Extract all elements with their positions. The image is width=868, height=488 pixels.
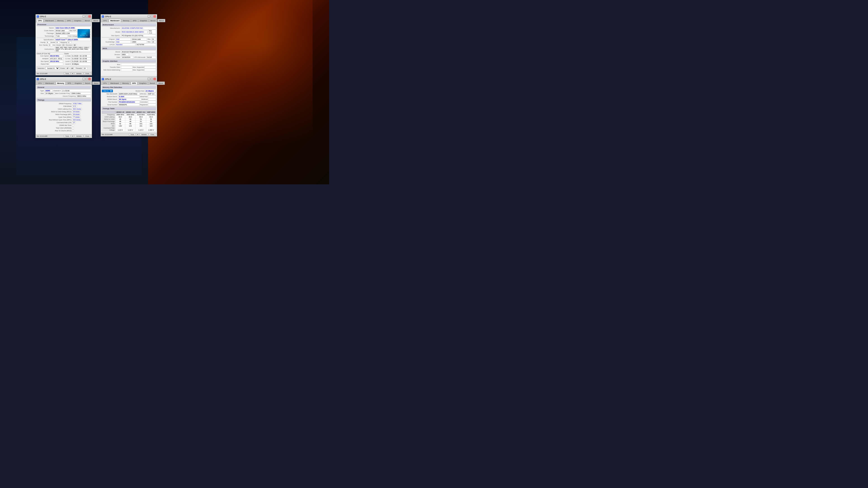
tab-spd-1[interactable]: SPD	[66, 19, 72, 22]
tab-memory-3[interactable]: Memory	[56, 82, 66, 85]
minimize-btn-2[interactable]: _	[148, 15, 150, 18]
row-col-row: Row To Column (tRCD)	[45, 130, 74, 132]
clocks-section: Clocks (P-Core #0) Core Speed 400.00 MHz…	[37, 53, 63, 66]
selection-bar-1: Selection Socket #1 Cores 8P + 16E Threa…	[37, 66, 91, 70]
trc-j10: 144	[125, 125, 135, 127]
tab-memory-2[interactable]: Memory	[121, 19, 131, 22]
tab-spd-4[interactable]: SPD	[131, 82, 137, 85]
maximize-btn-3[interactable]: □	[86, 78, 88, 80]
tab-spd-3[interactable]: SPD	[66, 82, 72, 85]
tab-mainboard-4[interactable]: Mainboard	[109, 82, 121, 85]
socket-select-1[interactable]: Socket #1	[45, 67, 59, 70]
close-btn-2[interactable]: ×	[153, 15, 156, 18]
row-label-cas: CAS# Latency	[102, 116, 116, 118]
window-controls-1[interactable]: _ □ ×	[83, 15, 91, 18]
close-btn-4[interactable]: ×	[153, 78, 156, 80]
ras-to-cas-row: RAS# to CAS# Delay (tRCD) 29 clocks	[45, 111, 81, 113]
close-btn-1[interactable]: ×	[88, 15, 91, 18]
maximize-btn-2[interactable]: □	[151, 15, 153, 18]
window-cpu: Z CPU-Z _ □ × CPU Mainboard Memory SPD G…	[35, 14, 92, 75]
memory-content: General Type DDR5 Channel # 2 x 32-bit S…	[36, 85, 92, 134]
tab-bench-4[interactable]: Bench	[148, 82, 157, 85]
tools-dropdown-4[interactable]: ▼	[136, 133, 139, 136]
cpuz-icon-1: Z	[37, 15, 39, 18]
tab-bench-1[interactable]: Bench	[83, 19, 92, 22]
tab-mainboard-1[interactable]: Mainboard	[43, 19, 55, 22]
tab-graphics-2[interactable]: Graphics	[138, 19, 149, 22]
rated-fsb-val	[49, 63, 63, 65]
tab-about-2[interactable]: About	[157, 19, 165, 22]
proc-revision-val: B0	[73, 44, 77, 46]
tab-mainboard-2[interactable]: Mainboard	[109, 19, 121, 22]
ras-pre-row: RAS# Precharge (tRP) 29 clocks	[45, 113, 81, 116]
tools-btn-4[interactable]: Tools	[129, 133, 135, 136]
tab-cpu-1[interactable]: CPU	[36, 19, 43, 22]
bios-brand-row: Brand American Megatrends Inc.	[102, 51, 156, 53]
tab-about-1[interactable]: About	[92, 19, 100, 22]
tab-cpu-2[interactable]: CPU	[101, 19, 108, 22]
close-btn-action-1[interactable]: Close	[84, 72, 91, 75]
close-btn-action-3[interactable]: Close	[84, 135, 91, 137]
tab-bench-3[interactable]: Bench	[84, 82, 92, 85]
validate-btn-3[interactable]: Validate	[74, 135, 83, 137]
mb-busspecs-val: PCI-Express 5.0 (32.0 GT/s)	[121, 34, 156, 37]
bottom-actions-4[interactable]: Tools ▼ Validate Close	[129, 133, 156, 136]
mem-slot-section-title: Memory Slot Selection	[102, 86, 156, 89]
l1data-val: 8 x 48 kB + 16 x 32 KB	[71, 55, 91, 57]
tab-about-4[interactable]: About	[157, 82, 165, 85]
tab-graphics-4[interactable]: Graphics	[138, 82, 148, 85]
validate-btn-1[interactable]: Validate	[74, 72, 83, 75]
sb-val: Intel	[116, 41, 131, 43]
tab-about-3[interactable]: About	[92, 82, 100, 85]
tab-spd-2[interactable]: SPD	[131, 19, 138, 22]
tab-cpu-4[interactable]: CPU	[101, 82, 108, 85]
maximize-btn-1[interactable]: □	[86, 15, 88, 18]
minimize-btn-4[interactable]: _	[148, 78, 150, 80]
trc-j9: 138	[116, 125, 125, 127]
proc-family-row: Family 6 Model 6 Stepping 2	[37, 41, 91, 43]
tools-dropdown-1[interactable]: ▼	[71, 72, 74, 75]
close-btn-action-4[interactable]: Close	[149, 133, 156, 136]
rp-j11: 51	[135, 121, 146, 123]
tab-mainboard-3[interactable]: Mainboard	[43, 82, 55, 85]
window-mainboard: Z CPU-Z _ □ × CPU Mainboard Memory SPD G…	[101, 14, 157, 84]
slot-select[interactable]: Slot #2	[102, 90, 113, 92]
window-title-2: Z CPU-Z	[102, 15, 111, 18]
tab-cpu-3[interactable]: CPU	[36, 82, 43, 85]
tools-btn-3[interactable]: Tools	[64, 135, 70, 137]
cpuz-icon-4: Z	[102, 78, 104, 80]
tab-graphics-3[interactable]: Graphics	[73, 82, 84, 85]
core-speed-val: 400.00 MHz	[49, 55, 63, 57]
tools-dropdown-3[interactable]: ▼	[71, 135, 74, 137]
gi-transfer-row: Transfer Rate Max. Supported	[102, 66, 156, 68]
close-btn-3[interactable]: ×	[88, 78, 91, 80]
tab-memory-4[interactable]: Memory	[121, 82, 130, 85]
validate-btn-4[interactable]: Validate	[140, 133, 148, 136]
tab-graphics-1[interactable]: Graphics	[72, 19, 83, 22]
gi-sba-max-val	[145, 69, 156, 71]
window-controls-4[interactable]: _ □ ×	[148, 78, 156, 80]
window-controls-2[interactable]: _ □ ×	[148, 15, 156, 18]
bottom-actions-1[interactable]: Tools ▼ Validate Close	[64, 72, 91, 75]
mem-channel-val: 2 x 32-bit	[61, 90, 91, 92]
tab-memory-1[interactable]: Memory	[56, 19, 65, 22]
window-title-1: Z CPU-Z	[37, 15, 46, 18]
registered-val	[148, 103, 156, 106]
tras-j10: 96	[125, 123, 135, 125]
maximize-btn-4[interactable]: □	[151, 78, 153, 80]
minimize-btn-3[interactable]: _	[83, 78, 85, 80]
window-controls-3[interactable]: _ □ ×	[83, 78, 91, 80]
table-row-rp: RAS# Precharge 46 48 51 52	[102, 121, 156, 123]
minimize-btn-1[interactable]: _	[83, 15, 85, 18]
cas-xmp: 40.0	[146, 116, 156, 118]
tab-bench-2[interactable]: Bench	[149, 19, 157, 22]
mb-model-val: ROG MAXIMUS Z890 HERO	[121, 31, 148, 33]
row-label-trc: tRC	[102, 125, 116, 127]
titlebar-4: Z CPU-Z _ □ ×	[101, 77, 157, 81]
bios-brand-val: American Megatrends Inc.	[121, 51, 156, 53]
correction-val	[148, 101, 156, 103]
bottom-actions-3[interactable]: Tools ▼ Validate Close	[64, 135, 91, 137]
tools-btn-1[interactable]: Tools	[64, 72, 70, 75]
intel-logo: intel CORE ULTRA · 9	[78, 29, 90, 38]
tab-bar-3: CPU Mainboard Memory SPD Graphics Bench …	[36, 81, 92, 85]
